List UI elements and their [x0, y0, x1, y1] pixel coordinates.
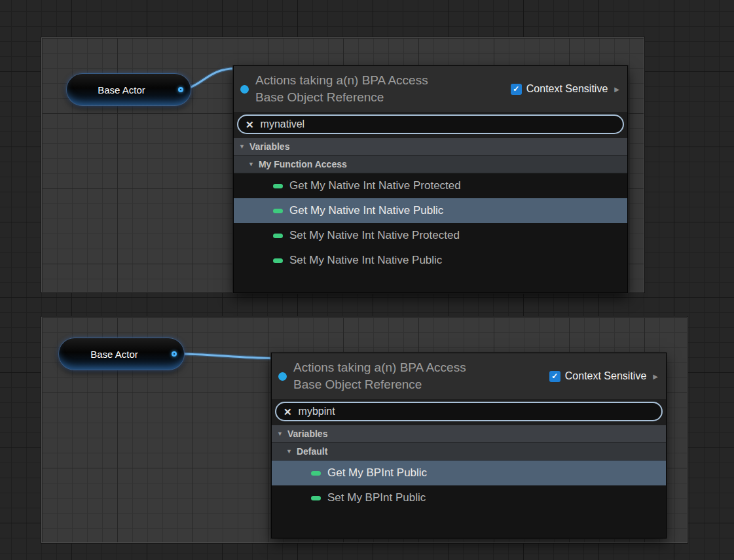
base-actor-node[interactable]: Base Actor — [66, 73, 191, 106]
collapse-triangle-icon[interactable]: ▼ — [277, 430, 283, 437]
action-list-item[interactable]: Set My Native Int Native Protected — [234, 223, 627, 248]
action-item-label: Get My Native Int Native Public — [289, 204, 443, 217]
blueprint-action-menu: Actions taking a(n) BPA Access Base Obje… — [271, 353, 667, 538]
action-search-input[interactable] — [261, 118, 615, 130]
action-item-label: Get My BPInt Public — [327, 466, 427, 480]
action-search-input[interactable] — [299, 406, 654, 417]
category-label: Variables — [287, 429, 328, 439]
variable-pill-icon — [273, 184, 283, 188]
collapse-triangle-icon[interactable]: ▼ — [248, 161, 254, 167]
variable-pill-icon — [273, 258, 283, 263]
node-label: Base Actor — [98, 84, 160, 96]
variable-pill-icon — [273, 234, 283, 238]
node-label: Base Actor — [90, 349, 153, 360]
blueprint-editor-canvas: { "icons": { "check_glyph": "✓", "clear_… — [0, 0, 734, 560]
category-label: Default — [297, 446, 327, 457]
category-row-variables[interactable]: ▼ Variables — [272, 425, 666, 443]
blueprint-graph-region-top: Base Actor Actions taking a(n) BPA Acces… — [41, 37, 644, 292]
context-sensitive-label: Context Sensitive — [526, 83, 608, 95]
action-item-label: Set My Native Int Native Protected — [289, 229, 460, 242]
action-list-item-selected[interactable]: Get My Native Int Native Public — [234, 198, 627, 223]
action-menu-header: Actions taking a(n) BPA Access Base Obje… — [272, 353, 666, 399]
action-context-dot-icon — [240, 85, 249, 94]
expand-options-arrow-icon[interactable]: ▶ — [653, 373, 658, 380]
action-item-label: Get My Native Int Native Protected — [289, 179, 461, 192]
action-menu-header: Actions taking a(n) BPA Access Base Obje… — [234, 66, 627, 112]
action-context-dot-icon — [278, 372, 287, 381]
collapse-triangle-icon[interactable]: ▼ — [286, 448, 292, 455]
action-menu-title: Actions taking a(n) BPA Access Base Obje… — [255, 72, 452, 106]
action-list-item-selected[interactable]: Get My BPInt Public — [272, 461, 666, 485]
object-output-pin-icon[interactable] — [178, 87, 183, 92]
object-output-pin-icon[interactable] — [172, 351, 177, 357]
variable-pill-icon — [311, 471, 321, 476]
expand-options-arrow-icon[interactable]: ▶ — [614, 86, 619, 93]
search-box[interactable]: ✕ — [275, 402, 663, 421]
action-list-item[interactable]: Get My Native Int Native Protected — [234, 173, 627, 198]
clear-search-icon[interactable]: ✕ — [284, 407, 292, 417]
variable-pill-icon — [273, 209, 283, 213]
action-item-label: Set My Native Int Native Public — [289, 254, 442, 267]
category-label: Variables — [249, 141, 290, 152]
search-strip: ✕ — [272, 399, 666, 425]
category-row-default[interactable]: ▼ Default — [272, 443, 666, 461]
blueprint-action-menu: Actions taking a(n) BPA Access Base Obje… — [233, 65, 628, 293]
action-list-item[interactable]: Set My BPInt Public — [272, 485, 666, 510]
context-sensitive-group: ✓ Context Sensitive ▶ — [511, 83, 621, 95]
category-row-variables[interactable]: ▼ Variables — [234, 138, 627, 156]
base-actor-node[interactable]: Base Actor — [58, 338, 185, 370]
category-label: My Function Access — [259, 159, 347, 169]
category-row-my-function-access[interactable]: ▼ My Function Access — [234, 156, 627, 173]
context-sensitive-label: Context Sensitive — [565, 370, 647, 382]
action-list-empty-area — [272, 510, 666, 538]
context-sensitive-checkbox[interactable]: ✓ — [511, 84, 522, 95]
search-box[interactable]: ✕ — [237, 114, 624, 134]
blueprint-graph-region-bottom: Base Actor Actions taking a(n) BPA Acces… — [41, 317, 688, 543]
action-item-label: Set My BPInt Public — [327, 491, 426, 504]
search-strip: ✕ — [234, 112, 627, 138]
action-list-item[interactable]: Set My Native Int Native Public — [234, 248, 627, 273]
action-list-empty-area — [234, 273, 627, 292]
variable-pill-icon — [311, 496, 321, 500]
clear-search-icon[interactable]: ✕ — [246, 120, 254, 130]
action-menu-title: Actions taking a(n) BPA Access Base Obje… — [293, 359, 490, 393]
collapse-triangle-icon[interactable]: ▼ — [239, 143, 245, 150]
context-sensitive-checkbox[interactable]: ✓ — [549, 371, 560, 382]
context-sensitive-group: ✓ Context Sensitive ▶ — [549, 370, 659, 382]
